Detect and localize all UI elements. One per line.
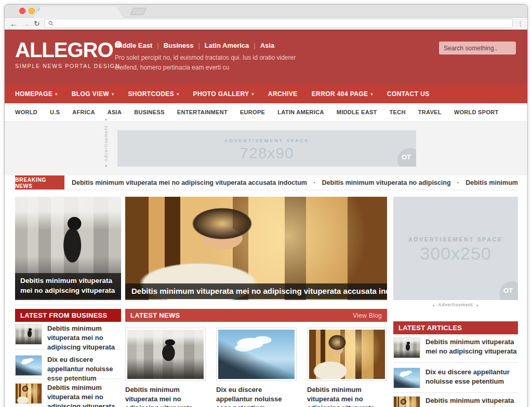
ticker-item[interactable]: Debitis minimum vituperata mei no adipis… (466, 179, 518, 186)
article-title[interactable]: Debitis minimum vituperata mei no adipis… (425, 396, 518, 407)
category-entertainment[interactable]: ENTERTAINMENT (177, 109, 228, 115)
article-image[interactable] (307, 328, 387, 381)
ad-title: ADVERTISEMENT SPACE (393, 236, 518, 242)
refresh-icon[interactable]: ↻ (34, 18, 40, 30)
logo-text: ALLEGRO (15, 39, 113, 60)
leaderboard-ad[interactable]: ADVERTISEMENT SPACE 728x90 OT (117, 130, 416, 167)
category-europe[interactable]: EUROPE (240, 109, 265, 115)
divider (15, 378, 121, 379)
articles-list-item[interactable]: Dix eu discere appellantur noluisse esse… (393, 368, 518, 388)
section-header-business: LATEST FROM BUSINESS (15, 309, 121, 322)
breaking-news-label: BREAKING NEWS (15, 175, 64, 189)
browser-tab-strip (5, 5, 527, 18)
top-link[interactable]: Middle East (115, 42, 152, 49)
article-thumbnail[interactable] (15, 383, 42, 404)
category-world-sport[interactable]: WORLD SPORT (454, 109, 499, 115)
browser-window: ← → ↻ ⋮ ALLEGRO SIMPLE NEWS PORTAL DESIG… (4, 4, 528, 407)
top-link[interactable]: Business (164, 42, 194, 49)
divider (393, 392, 518, 393)
featured-article-main[interactable]: Debitis minimum vituperata mei no adipis… (125, 197, 387, 300)
dot-separator-icon: · (313, 179, 316, 187)
article-title[interactable]: Dix eu discere appellantur noluisse esse… (425, 368, 518, 388)
nav-label: SHORTCODES (128, 90, 174, 98)
article-thumbnail[interactable] (15, 355, 42, 376)
article-title[interactable]: Debitis minimum vituperata mei no adipis… (47, 324, 121, 352)
article-thumbnail[interactable] (15, 324, 42, 345)
logo-tagline: SIMPLE NEWS PORTAL DESIGN (15, 63, 122, 69)
chevron-down-icon: ▾ (177, 92, 179, 97)
top-link[interactable]: Asia (260, 42, 274, 49)
triangle-icon: ▴ (433, 303, 435, 307)
category-latin-america[interactable]: LATIN AMERICA (277, 109, 324, 115)
advertisement-bottom-label: ▴ Advertisement ▴ (393, 302, 518, 307)
article-thumbnail[interactable] (393, 337, 420, 358)
category-us[interactable]: U.S (50, 109, 60, 115)
new-tab-button[interactable] (130, 8, 147, 15)
articles-list-item[interactable]: Debitis minimum vituperata mei no adipis… (393, 337, 518, 358)
chevron-down-icon: ▾ (55, 92, 57, 97)
nav-label: BLOG VIEW (72, 90, 109, 98)
article-title[interactable]: Debitis minimum vituperata mei no adipis… (125, 386, 193, 407)
nav-item-shortcodes[interactable]: SHORTCODES▾ (128, 90, 179, 98)
article-title[interactable]: Debitis minimum vituperata mei no adipis… (307, 386, 375, 407)
news-card[interactable]: Dix eu discere appellantur noluisse esse… (216, 328, 297, 407)
article-title[interactable]: Dix eu discere appellantur noluisse esse… (216, 386, 282, 407)
featured-left-title[interactable]: Debitis minimum vituperata mei no adipis… (15, 273, 121, 299)
top-link[interactable]: Latin America (205, 42, 249, 49)
featured-article-left[interactable]: Debitis minimum vituperata mei no adipis… (15, 197, 121, 300)
article-image[interactable] (125, 328, 206, 381)
triangle-icon: ▴ (476, 303, 478, 307)
rectangle-ad[interactable]: ADVERTISEMENT SPACE 300x250 OT (393, 197, 518, 300)
site-header: ALLEGRO SIMPLE NEWS PORTAL DESIGN Middle… (5, 31, 527, 85)
back-icon[interactable]: ← (10, 18, 18, 30)
close-window-button[interactable] (19, 8, 25, 14)
url-search-icon (48, 21, 54, 26)
nav-item-photo-gallery[interactable]: PHOTO GALLERY▾ (193, 90, 254, 98)
browser-tab[interactable] (34, 6, 123, 18)
category-asia[interactable]: ASIA (108, 109, 122, 115)
pipe-separator: | (157, 42, 158, 49)
triangle-icon: ▴ (103, 117, 109, 123)
category-business[interactable]: BUSINESS (134, 109, 165, 115)
category-tech[interactable]: TECH (390, 109, 406, 115)
search-input[interactable] (444, 45, 524, 52)
triangle-icon: ▴ (103, 164, 109, 169)
divider (393, 362, 518, 363)
minimize-window-button[interactable] (29, 8, 35, 14)
section-title: LATEST FROM BUSINESS (20, 311, 108, 319)
chevron-down-icon: ▾ (370, 92, 373, 97)
business-list-item[interactable]: Debitis minimum vituperata mei no adipis… (15, 324, 121, 352)
header-search-box[interactable] (439, 42, 516, 55)
category-africa[interactable]: AFRICA (72, 109, 95, 115)
url-bar[interactable] (44, 19, 513, 28)
chevron-down-icon: ▾ (251, 92, 254, 97)
nav-item-homepage[interactable]: HOMEPAGE▾ (15, 90, 58, 98)
news-card[interactable]: Debitis minimum vituperata mei no adipis… (125, 328, 206, 407)
nav-item-error-404[interactable]: ERROR 404 PAGE▾ (312, 90, 373, 98)
nav-item-blog-view[interactable]: BLOG VIEW▾ (72, 90, 114, 98)
kebab-menu-icon[interactable]: ⋮ (517, 18, 524, 30)
business-list-item[interactable]: Debitis minimum vituperata mei no adipis… (15, 383, 121, 407)
ad-zone: ▴ Advertisement ▴ ADVERTISEMENT SPACE 72… (5, 121, 527, 175)
ticker-item[interactable]: Debitis minimum vituperata no adipiscing (322, 179, 451, 186)
category-world[interactable]: WORLD (15, 109, 37, 115)
view-blog-link[interactable]: View Blog (353, 312, 382, 319)
article-image[interactable] (216, 328, 297, 381)
nav-item-archive[interactable]: ARCHIVE (268, 90, 298, 98)
article-thumbnail[interactable] (393, 368, 420, 388)
articles-list-item[interactable]: Debitis minimum vituperata mei no adipis… (393, 396, 518, 407)
article-thumbnail[interactable] (393, 396, 420, 407)
site-logo[interactable]: ALLEGRO SIMPLE NEWS PORTAL DESIGN (15, 39, 122, 69)
category-travel[interactable]: TRAVEL (418, 109, 442, 115)
url-input[interactable] (57, 20, 509, 26)
category-middle-east[interactable]: MIDDLE EAST (337, 109, 377, 115)
nav-item-contact-us[interactable]: CONTACT US (387, 90, 430, 98)
main-nav: HOMEPAGE▾ BLOG VIEW▾ SHORTCODES▾ PHOTO G… (5, 85, 527, 103)
featured-main-title[interactable]: Debitis minimum vituperata mei no adipis… (125, 283, 387, 299)
forward-icon[interactable]: → (22, 18, 30, 30)
ticker-item[interactable]: Debitis minimum vituperata mei no adipis… (72, 179, 307, 186)
article-title[interactable]: Debitis minimum vituperata mei no adipis… (425, 337, 518, 358)
header-top-links: Middle East|Business|Latin America|Asia (115, 42, 274, 49)
news-card[interactable]: Debitis minimum vituperata mei no adipis… (307, 328, 387, 407)
article-title[interactable]: Debitis minimum vituperata mei no adipis… (47, 383, 121, 407)
